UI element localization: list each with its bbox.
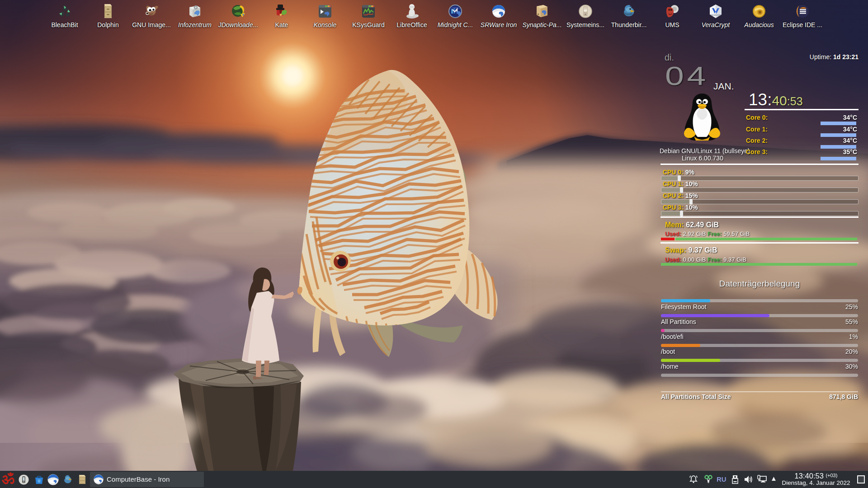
svg-text:VeraCrypt: VeraCrypt	[711, 14, 721, 16]
